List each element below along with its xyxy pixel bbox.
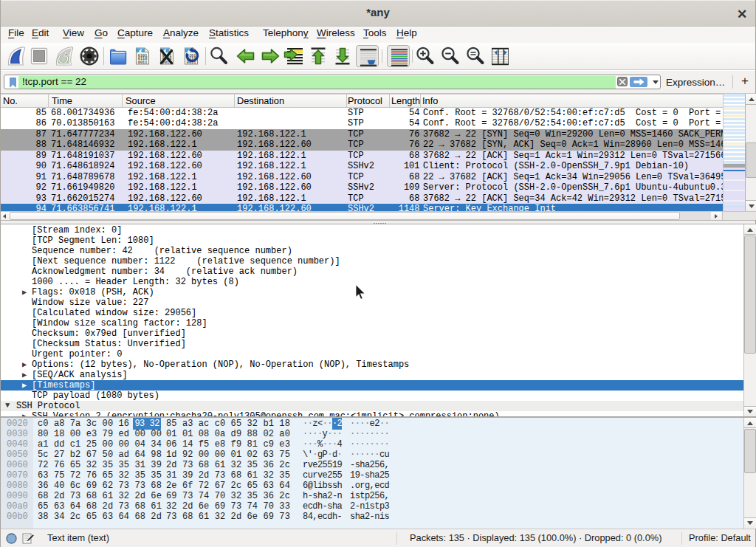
svg-text:0011: 0011 (138, 61, 147, 65)
